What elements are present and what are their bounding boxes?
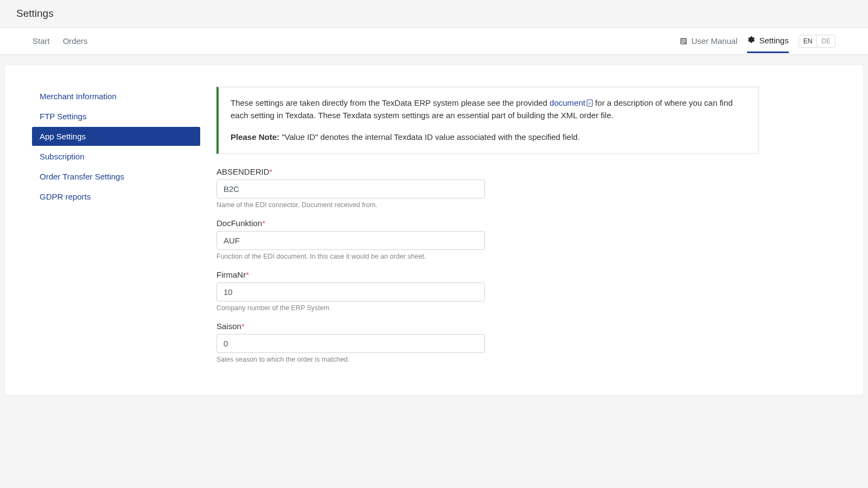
info-text-1a: These settings are taken directly from t… — [231, 98, 550, 107]
label-firmanr: FirmaNr* — [216, 270, 759, 279]
input-docfunktion[interactable] — [216, 231, 485, 250]
top-nav: Start Orders User Manual Settings EN DE — [0, 28, 868, 55]
lang-de[interactable]: DE — [816, 35, 835, 47]
pdf-icon: P — [586, 98, 593, 106]
sidebar-item-gdpr-reports[interactable]: GDPR reports — [32, 187, 200, 206]
page-title: Settings — [0, 0, 868, 28]
info-note-text: "Value ID" denotes the internal Texdata … — [279, 132, 580, 142]
gear-icon — [747, 36, 756, 44]
label-absenderid: ABSENDERID* — [216, 167, 759, 176]
sidebar-item-subscription[interactable]: Subscription — [32, 147, 200, 166]
label-saison: Saison* — [216, 322, 759, 331]
sidebar-item-ftp-settings[interactable]: FTP Settings — [32, 107, 200, 126]
nav-settings[interactable]: Settings — [747, 29, 788, 53]
book-icon — [679, 37, 688, 46]
input-firmanr[interactable] — [216, 282, 485, 301]
language-switch: EN DE — [799, 35, 835, 48]
sidebar-item-merchant-information[interactable]: Merchant Information — [32, 87, 200, 106]
info-note-label: Please Note: — [231, 132, 279, 142]
info-callout: These settings are taken directly from t… — [216, 87, 759, 154]
svg-rect-3 — [681, 43, 684, 43]
lang-en[interactable]: EN — [799, 35, 817, 47]
input-absenderid[interactable] — [216, 179, 485, 198]
svg-rect-1 — [681, 40, 686, 40]
main-content: These settings are taken directly from t… — [216, 87, 759, 373]
help-saison: Sales season to which the order is match… — [216, 356, 759, 363]
help-firmanr: Company number of the ERP System — [216, 304, 759, 312]
input-saison[interactable] — [216, 334, 485, 353]
document-link[interactable]: documentP — [550, 98, 593, 107]
help-docfunktion: Function of the EDI document. In this ca… — [216, 253, 759, 260]
settings-sidebar: Merchant Information FTP Settings App Se… — [32, 87, 200, 373]
settings-card: Merchant Information FTP Settings App Se… — [4, 65, 864, 395]
nav-orders[interactable]: Orders — [63, 29, 88, 53]
svg-rect-2 — [681, 41, 686, 42]
nav-settings-label: Settings — [759, 36, 788, 45]
label-docfunktion: DocFunktion* — [216, 219, 759, 228]
nav-start[interactable]: Start — [33, 29, 50, 53]
sidebar-item-app-settings[interactable]: App Settings — [32, 127, 200, 146]
svg-text:P: P — [589, 102, 591, 105]
sidebar-item-order-transfer-settings[interactable]: Order Transfer Settings — [32, 167, 200, 186]
nav-user-manual-label: User Manual — [691, 36, 737, 46]
document-link-label: document — [550, 98, 585, 107]
nav-user-manual[interactable]: User Manual — [679, 30, 737, 52]
help-absenderid: Name of the EDI connector. Document rece… — [216, 201, 759, 209]
